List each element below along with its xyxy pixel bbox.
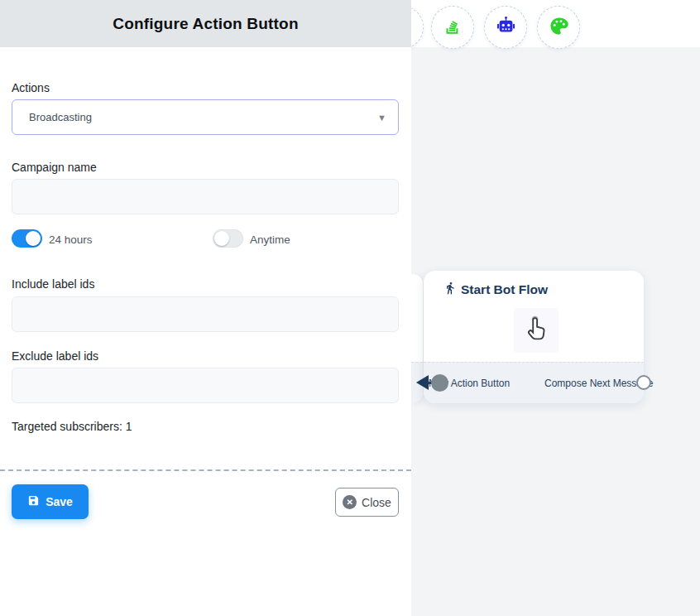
actions-select[interactable]: Broadcasting ▼ — [12, 99, 399, 135]
save-button-label: Save — [46, 495, 73, 508]
panel-title: Configure Action Button — [113, 15, 298, 33]
palette-tool-button[interactable] — [537, 6, 580, 49]
screen: Start Bot Flow New Action Button Compose… — [0, 0, 700, 616]
anytime-label: Anytime — [250, 233, 290, 246]
24-hours-label: 24 hours — [49, 233, 93, 246]
walking-person-icon — [443, 282, 457, 298]
close-circle-icon: ✕ — [343, 495, 357, 509]
stack-tool-button[interactable] — [431, 6, 474, 49]
campaign-name-label: Campaign name — [12, 161, 97, 174]
campaign-name-input[interactable] — [12, 179, 399, 214]
robot-icon — [495, 15, 517, 41]
24-hours-toggle[interactable] — [12, 229, 42, 248]
actions-selected-value: Broadcasting — [29, 111, 377, 123]
targeted-subscribers-text: Targeted subscribers: 1 — [12, 420, 132, 433]
palette-icon — [548, 15, 570, 41]
include-label-ids-label: Include label ids — [12, 277, 94, 291]
configure-action-panel: Configure Action Button Actions Broadcas… — [0, 0, 411, 616]
node-drop-area[interactable] — [514, 308, 559, 353]
node-title: Start Bot Flow — [461, 282, 548, 297]
exclude-label-ids-label: Exclude label ids — [12, 349, 98, 363]
panel-header: Configure Action Button — [0, 0, 411, 47]
toggle-knob — [26, 231, 41, 246]
include-label-ids-input[interactable] — [12, 296, 399, 332]
bot-tool-button[interactable] — [484, 6, 527, 49]
stack-icon — [442, 15, 463, 40]
action-button-handle[interactable] — [431, 374, 448, 392]
edge-arrowhead-icon — [416, 375, 429, 390]
save-disk-icon — [27, 494, 40, 509]
node-footer: New Action Button Compose Next Message — [424, 362, 644, 403]
save-button[interactable]: Save — [12, 484, 89, 519]
exclude-label-ids-input[interactable] — [12, 368, 399, 403]
dashed-divider — [0, 469, 411, 471]
actions-label: Actions — [12, 81, 50, 94]
flow-canvas[interactable]: Start Bot Flow New Action Button Compose… — [411, 0, 700, 616]
close-button[interactable]: ✕ Close — [335, 488, 399, 517]
compose-next-message-handle[interactable] — [636, 375, 651, 390]
anytime-toggle[interactable] — [213, 229, 243, 248]
chevron-down-icon: ▼ — [377, 113, 386, 123]
toggle-knob — [214, 231, 229, 246]
hand-pointer-icon — [520, 313, 552, 348]
node-header: Start Bot Flow — [443, 282, 548, 298]
start-bot-flow-node[interactable]: Start Bot Flow New Action Button Compose… — [424, 271, 644, 403]
close-button-label: Close — [362, 496, 391, 509]
canvas-toolbar — [411, 0, 700, 47]
